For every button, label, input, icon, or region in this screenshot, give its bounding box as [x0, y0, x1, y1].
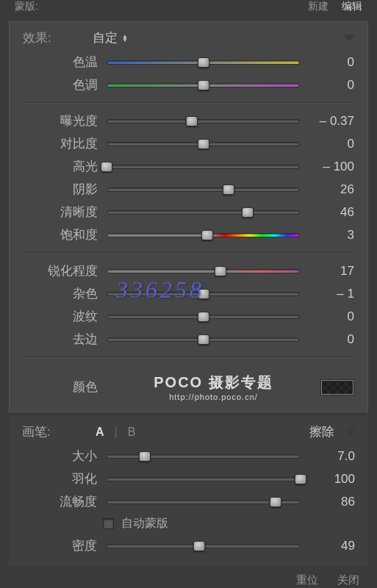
effect-色温-row: 色温0 [10, 51, 367, 74]
footer-reset[interactable]: 重位 [296, 573, 318, 587]
slider-knob[interactable] [101, 162, 112, 172]
automask-label: 自动蒙版 [121, 516, 168, 531]
effect-高光-value[interactable]: – 100 [300, 159, 354, 174]
slider-knob[interactable] [139, 451, 151, 462]
effect-锐化程度-label: 锐化程度 [10, 262, 107, 279]
effect-去边-slider[interactable] [107, 334, 300, 345]
effect-高光-slider[interactable] [107, 162, 300, 172]
color-swatch[interactable] [320, 379, 354, 395]
effects-panel: 效果: 自定 ▲▼ 色温0色调0曝光度– 0.37对比度0高光– 100阴影26… [9, 21, 368, 412]
effect-去边-label: 去边 [10, 331, 107, 348]
brush-b[interactable]: B [128, 426, 136, 439]
slider-knob[interactable] [201, 230, 213, 240]
brush-羽化-value[interactable]: 100 [301, 472, 355, 487]
effect-锐化程度-value[interactable]: 17 [300, 264, 354, 279]
slider-knob[interactable] [198, 334, 209, 345]
slider-knob[interactable] [186, 116, 198, 126]
slider-knob[interactable] [215, 266, 226, 276]
effect-杂色-slider[interactable] [107, 289, 300, 299]
slider-knob[interactable] [198, 57, 209, 68]
brush-a[interactable]: A [96, 426, 104, 439]
effect-色温-slider[interactable] [107, 57, 300, 68]
effect-清晰度-slider[interactable] [107, 207, 300, 218]
effect-对比度-row: 对比度0 [10, 132, 367, 155]
effect-清晰度-row: 清晰度46 [10, 201, 367, 223]
disclosure-icon[interactable] [344, 35, 354, 42]
color-label: 颜色 [10, 379, 107, 395]
effect-波纹-label: 波纹 [10, 308, 107, 325]
slider-knob[interactable] [193, 541, 205, 551]
topbar-new[interactable]: 新建 [308, 0, 328, 18]
effect-色调-slider[interactable] [107, 80, 300, 90]
slider-knob[interactable] [223, 184, 234, 195]
effect-阴影-slider[interactable] [107, 184, 300, 195]
effect-杂色-label: 杂色 [10, 285, 107, 302]
topbar-left: 蒙版: [15, 0, 38, 18]
effect-杂色-row: 杂色– 1 [10, 282, 367, 305]
brush-流畅度-slider[interactable] [106, 497, 301, 507]
effect-曝光度-label: 曝光度 [10, 112, 107, 129]
effects-title: 效果: [23, 29, 93, 46]
chevron-updown-icon: ▲▼ [122, 35, 128, 42]
effect-杂色-value[interactable]: – 1 [300, 287, 354, 301]
effects-preset[interactable]: 自定 ▲▼ [93, 29, 128, 46]
disclosure-icon[interactable] [345, 429, 355, 436]
effect-饱和度-label: 饱和度 [10, 226, 107, 243]
brush-大小-row: 大小7.0 [9, 445, 368, 467]
brush-density-slider[interactable] [106, 541, 301, 551]
topbar-edit[interactable]: 编辑 [342, 0, 362, 18]
effect-对比度-label: 对比度 [10, 135, 107, 152]
brush-density-value[interactable]: 49 [301, 539, 355, 553]
effect-色调-label: 色调 [10, 76, 107, 93]
effect-曝光度-row: 曝光度– 0.37 [10, 110, 367, 132]
watermark: POCO 摄影专题 http://photo.poco.cn/ [107, 373, 320, 401]
slider-knob[interactable] [270, 497, 281, 507]
brush-density-label: 密度 [9, 537, 106, 554]
effect-对比度-value[interactable]: 0 [300, 137, 354, 151]
footer-close[interactable]: 关闭 [337, 573, 359, 587]
brush-流畅度-label: 流畅度 [9, 493, 106, 510]
slider-knob[interactable] [198, 139, 209, 149]
brush-title: 画笔: [22, 423, 96, 440]
automask-checkbox[interactable] [103, 518, 114, 529]
brush-羽化-row: 羽化100 [9, 467, 368, 490]
brush-erase[interactable]: 擦除 [309, 423, 334, 440]
effect-色调-value[interactable]: 0 [300, 78, 354, 93]
effect-饱和度-value[interactable]: 3 [300, 228, 354, 243]
effect-阴影-row: 阴影26 [10, 178, 367, 201]
brush-流畅度-value[interactable]: 86 [301, 495, 355, 509]
slider-knob[interactable] [198, 289, 209, 299]
effect-色温-value[interactable]: 0 [300, 55, 354, 70]
brush-density-row: 密度49 [9, 534, 368, 557]
effect-饱和度-row: 饱和度3 [10, 223, 367, 246]
brush-大小-slider[interactable] [106, 451, 301, 462]
brush-羽化-slider[interactable] [106, 474, 301, 484]
effect-曝光度-slider[interactable] [107, 116, 300, 126]
effect-色调-row: 色调0 [10, 74, 367, 96]
effect-清晰度-value[interactable]: 46 [300, 205, 354, 220]
effect-高光-label: 高光 [10, 158, 107, 175]
brush-panel: 画笔: A | B 擦除 大小7.0羽化100流畅度86 自动蒙版 密度49 [9, 416, 368, 566]
effect-高光-row: 高光– 100 [10, 155, 367, 178]
brush-羽化-label: 羽化 [9, 470, 106, 487]
effect-锐化程度-slider[interactable] [107, 266, 300, 276]
slider-knob[interactable] [198, 312, 209, 322]
effect-去边-value[interactable]: 0 [300, 332, 354, 347]
effect-波纹-row: 波纹0 [10, 305, 367, 328]
effect-清晰度-label: 清晰度 [10, 204, 107, 220]
effect-锐化程度-row: 锐化程度17 [10, 259, 367, 282]
slider-knob[interactable] [295, 474, 306, 484]
effect-曝光度-value[interactable]: – 0.37 [300, 114, 354, 129]
slider-knob[interactable] [242, 207, 254, 218]
effect-波纹-slider[interactable] [107, 312, 300, 322]
effect-饱和度-slider[interactable] [107, 230, 300, 240]
effect-波纹-value[interactable]: 0 [300, 309, 354, 324]
effect-对比度-slider[interactable] [107, 139, 300, 149]
effect-阴影-value[interactable]: 26 [300, 182, 354, 197]
effect-去边-row: 去边0 [10, 328, 367, 351]
brush-大小-value[interactable]: 7.0 [301, 449, 355, 464]
effect-色温-label: 色温 [10, 54, 107, 71]
brush-流畅度-row: 流畅度86 [9, 490, 368, 513]
slider-knob[interactable] [198, 80, 209, 90]
effect-阴影-label: 阴影 [10, 181, 107, 198]
